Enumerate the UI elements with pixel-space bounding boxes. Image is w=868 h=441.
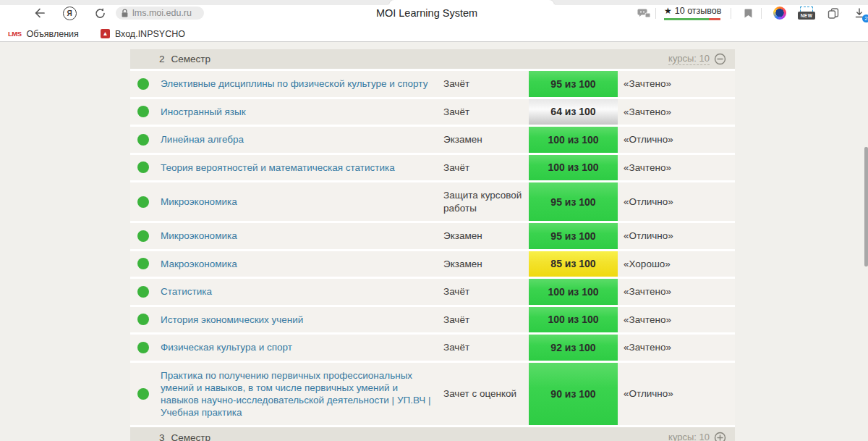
course-status-icon bbox=[137, 258, 149, 269]
colorful-circle-icon bbox=[773, 7, 786, 20]
bookmark-button[interactable] bbox=[741, 6, 755, 20]
toolbar-separator bbox=[761, 8, 762, 19]
score-cell: 90 из 100 bbox=[529, 363, 618, 425]
courses-count-link[interactable]: курсы: 10 bbox=[668, 53, 710, 65]
grade-text: «Отлично» bbox=[618, 230, 735, 241]
downloads-count-badge: 2 bbox=[862, 14, 868, 22]
control-type: Экзамен bbox=[443, 258, 529, 271]
tab-strip bbox=[0, 0, 868, 5]
score-cell: 95 из 100 bbox=[529, 182, 618, 221]
grade-text: «Зачтено» bbox=[618, 78, 735, 89]
new-badge: NEW bbox=[798, 12, 815, 20]
downloads-button[interactable]: 2 bbox=[852, 6, 867, 20]
vertical-scrollbar-thumb[interactable] bbox=[864, 147, 868, 266]
course-status-icon bbox=[137, 286, 149, 298]
refresh-icon bbox=[94, 7, 106, 20]
grade-text: «Зачтено» bbox=[618, 286, 735, 297]
back-button[interactable] bbox=[33, 6, 47, 20]
lms-favicon: LMS bbox=[8, 30, 22, 38]
grade-text: «Отлично» bbox=[618, 196, 735, 207]
url-text: lms.moi.edu.ru bbox=[132, 8, 192, 18]
course-link[interactable]: Микроэкономика bbox=[130, 230, 443, 242]
bookmark-flag-icon bbox=[744, 8, 753, 19]
course-status-icon bbox=[137, 314, 149, 325]
course-status-icon bbox=[137, 78, 149, 90]
control-type: Экзамен bbox=[443, 133, 529, 146]
expand-plus-icon[interactable] bbox=[714, 432, 726, 441]
control-type: Зачёт bbox=[443, 314, 529, 327]
extension-tabs-button[interactable] bbox=[826, 6, 841, 20]
table-row: Статистика Зачёт 100 из 100 «Зачтено» bbox=[130, 279, 735, 307]
course-status-icon bbox=[137, 342, 149, 353]
course-status-icon bbox=[137, 388, 149, 400]
table-row: История экономических учений Зачёт 100 и… bbox=[130, 307, 735, 335]
active-tab[interactable] bbox=[389, 0, 554, 5]
star-icon: ★ bbox=[664, 6, 672, 16]
table-row: Иностранный язык Зачёт 64 из 100 «Зачтен… bbox=[130, 99, 735, 127]
score-cell: 100 из 100 bbox=[529, 155, 618, 181]
course-link[interactable]: Статистика bbox=[130, 285, 443, 298]
grade-text: «Зачтено» bbox=[618, 106, 735, 117]
extension-screenshot-button[interactable]: NEW bbox=[798, 4, 815, 22]
page-title: MOI Learning System bbox=[304, 7, 550, 19]
grade-text: «Отлично» bbox=[618, 388, 735, 399]
yandex-home-button[interactable]: Я bbox=[62, 6, 77, 20]
grade-text: «Хорошо» bbox=[618, 259, 735, 269]
semester-2-collapse-control[interactable]: курсы: 10 bbox=[668, 53, 726, 65]
address-bar[interactable]: lms.moi.edu.ru bbox=[116, 7, 204, 20]
refresh-button[interactable] bbox=[93, 6, 107, 20]
course-link[interactable]: Элективные дисциплины по физической куль… bbox=[130, 77, 443, 90]
course-status-icon bbox=[137, 106, 149, 117]
collapse-minus-icon[interactable] bbox=[714, 53, 726, 65]
course-rows: Элективные дисциплины по физической куль… bbox=[130, 71, 735, 427]
score-cell: 95 из 100 bbox=[529, 223, 618, 249]
score-cell: 100 из 100 bbox=[529, 127, 618, 153]
control-type: Зачёт bbox=[443, 285, 529, 298]
course-link[interactable]: Микроэкономика bbox=[130, 196, 443, 208]
lms-page: 2 Семестр курсы: 10 Элективные дисциплин… bbox=[0, 43, 868, 441]
semester-3-expand-control[interactable]: курсы: 10 bbox=[668, 432, 726, 441]
course-link[interactable]: Практика по получению первичных професси… bbox=[130, 369, 443, 419]
control-type: Зачет с оценкой bbox=[443, 387, 529, 400]
score-cell: 95 из 100 bbox=[529, 71, 618, 97]
reviews-count-label: 10 отзывов bbox=[675, 6, 722, 16]
semester-label: Семестр bbox=[171, 432, 211, 441]
grade-text: «Зачтено» bbox=[618, 314, 735, 325]
lock-icon bbox=[121, 9, 129, 18]
table-row: Элективные дисциплины по физической куль… bbox=[130, 71, 735, 99]
course-link[interactable]: Иностранный язык bbox=[130, 106, 443, 118]
table-row: Физическая культура и спорт Зачёт 92 из … bbox=[130, 335, 735, 363]
table-row: Микроэкономика Защита курсовой работы 95… bbox=[130, 182, 735, 223]
course-status-icon bbox=[137, 161, 149, 173]
course-status-icon bbox=[137, 196, 149, 208]
score-cell: 100 из 100 bbox=[529, 279, 618, 305]
reviews-widget[interactable]: ★ 10 отзывов bbox=[664, 6, 721, 20]
course-status-icon bbox=[137, 230, 149, 242]
semester-number: 2 bbox=[159, 54, 165, 64]
control-type: Зачёт bbox=[443, 161, 529, 175]
control-type: Зачёт bbox=[443, 77, 529, 91]
course-link[interactable]: Теория вероятностей и математическая ста… bbox=[130, 161, 443, 174]
extension-browser-button[interactable] bbox=[773, 6, 787, 20]
bookmark-item-inpsycho[interactable]: ▲ Вход.INPSYCHO bbox=[101, 29, 185, 39]
feedback-button[interactable] bbox=[637, 6, 651, 20]
semester-label: Семестр bbox=[171, 54, 211, 64]
control-type: Защита курсовой работы bbox=[443, 189, 529, 214]
gradebook-table: 2 Семестр курсы: 10 Элективные дисциплин… bbox=[130, 49, 735, 441]
grade-text: «Зачтено» bbox=[618, 162, 735, 173]
course-link[interactable]: Линейная алгебра bbox=[130, 133, 443, 146]
yandex-logo-icon: Я bbox=[63, 7, 77, 20]
bookmark-item-lms[interactable]: LMS Объявления bbox=[8, 29, 79, 39]
bookmark-label: Объявления bbox=[27, 29, 79, 39]
course-status-icon bbox=[137, 134, 149, 146]
bookmarks-bar: LMS Объявления ▲ Вход.INPSYCHO bbox=[0, 26, 868, 42]
control-type: Экзамен bbox=[443, 230, 529, 243]
table-row: Линейная алгебра Экзамен 100 из 100 «Отл… bbox=[130, 127, 735, 155]
course-link[interactable]: Физическая культура и спорт bbox=[130, 341, 443, 353]
control-type: Зачёт bbox=[443, 106, 529, 119]
toolbar-separator bbox=[655, 8, 656, 19]
course-link[interactable]: История экономических учений bbox=[130, 314, 443, 326]
table-row: Теория вероятностей и математическая ста… bbox=[130, 155, 735, 183]
courses-count-link[interactable]: курсы: 10 bbox=[668, 432, 710, 441]
course-link[interactable]: Макроэкономика bbox=[130, 258, 443, 270]
